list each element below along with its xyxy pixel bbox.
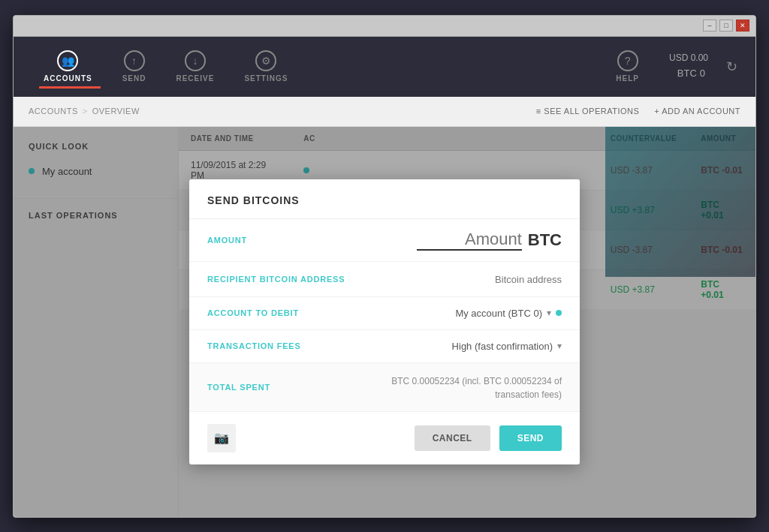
chevron-down-icon: ▾ [547, 308, 551, 318]
fees-chevron-icon: ▾ [557, 341, 562, 351]
dialog-footer: 📷 CANCEL SEND [189, 412, 580, 464]
top-nav: 👥 ACCOUNTS ↑ SEND ↓ RECEIVE ⚙ SETTINGS ?… [14, 37, 755, 97]
amount-label: AMOUNT [207, 236, 357, 245]
account-debit-value: My account (BTC 0) ▾ [357, 308, 562, 319]
settings-label: SETTINGS [244, 74, 288, 83]
fees-select[interactable]: High (fast confirmation) ▾ [357, 341, 562, 352]
bitcoin-address-input[interactable] [357, 274, 562, 285]
minimize-button[interactable]: – [703, 20, 716, 32]
add-account-link[interactable]: + ADD AN ACCOUNT [654, 107, 740, 116]
receive-icon: ↓ [185, 50, 206, 71]
dialog-title: SEND BITCOINS [207, 194, 562, 206]
main-area: QUICK LOOK My account LAST OPERATIONS DA… [14, 127, 755, 517]
account-select[interactable]: My account (BTC 0) ▾ [357, 308, 562, 319]
fees-label: TRANSACTION FEES [207, 341, 357, 350]
refresh-button[interactable]: ↻ [723, 56, 740, 78]
nav-item-help[interactable]: ? HELP [601, 44, 654, 89]
help-icon: ? [617, 50, 638, 71]
app-window: – □ ✕ 👥 ACCOUNTS ↑ SEND ↓ RECEIVE ⚙ SETT… [13, 15, 756, 518]
fees-value: High (fast confirmation) ▾ [357, 341, 562, 352]
btc-currency-label: BTC [528, 230, 562, 250]
address-label: RECIPIENT BITCOIN ADDRESS [207, 275, 357, 284]
balance-display: USD 0.00 BTC0 [669, 53, 708, 80]
title-bar: – □ ✕ [14, 16, 755, 37]
total-label: TOTAL SPENT [207, 383, 357, 392]
total-row: TOTAL SPENT BTC 0.00052234 (incl. BTC 0.… [189, 363, 580, 412]
send-label: SEND [122, 74, 146, 83]
close-button[interactable]: ✕ [736, 20, 749, 32]
modal-overlay: SEND BITCOINS AMOUNT BTC [14, 127, 755, 517]
maximize-button[interactable]: □ [719, 20, 733, 32]
help-label: HELP [616, 74, 639, 83]
send-icon: ↑ [124, 50, 145, 71]
total-value: BTC 0.00052234 (incl. BTC 0.00052234 of … [357, 374, 562, 401]
camera-icon: 📷 [214, 431, 229, 445]
amount-input-group: BTC [357, 230, 562, 251]
selected-fee-level: High (fast confirmation) [452, 341, 553, 352]
nav-item-accounts[interactable]: 👥 ACCOUNTS [29, 44, 107, 89]
breadcrumb-bar: ACCOUNTS > OVERVIEW ≡ SEE ALL OPERATIONS… [14, 97, 755, 127]
nav-item-settings[interactable]: ⚙ SETTINGS [229, 44, 303, 89]
nav-item-receive[interactable]: ↓ RECEIVE [161, 44, 229, 89]
dialog-header: SEND BITCOINS [189, 179, 580, 219]
cancel-button[interactable]: CANCEL [415, 425, 490, 451]
address-value [357, 272, 562, 286]
address-row: RECIPIENT BITCOIN ADDRESS [189, 262, 580, 297]
breadcrumb-accounts: ACCOUNTS [29, 107, 78, 116]
receive-label: RECEIVE [176, 74, 214, 83]
balance-usd: USD 0.00 [669, 53, 708, 63]
send-bitcoins-dialog: SEND BITCOINS AMOUNT BTC [189, 179, 580, 464]
account-status-dot [556, 310, 562, 316]
account-debit-row: ACCOUNT TO DEBIT My account (BTC 0) ▾ [189, 297, 580, 330]
balance-btc: BTC0 [669, 63, 708, 80]
camera-button[interactable]: 📷 [207, 424, 236, 452]
total-amount: BTC 0.00052234 (incl. BTC 0.00052234 of … [391, 376, 562, 400]
accounts-label: ACCOUNTS [44, 74, 92, 83]
see-all-operations-link[interactable]: ≡ SEE ALL OPERATIONS [536, 107, 639, 116]
accounts-icon: 👥 [57, 50, 78, 71]
amount-row: AMOUNT BTC [189, 219, 580, 262]
amount-value: BTC [357, 230, 562, 251]
settings-icon: ⚙ [255, 50, 276, 71]
amount-input[interactable] [417, 230, 522, 251]
send-button[interactable]: SEND [499, 425, 562, 451]
breadcrumb-separator: > [83, 107, 88, 116]
account-debit-label: ACCOUNT TO DEBIT [207, 308, 357, 317]
fees-row: TRANSACTION FEES High (fast confirmation… [189, 330, 580, 363]
breadcrumb-actions: ≡ SEE ALL OPERATIONS + ADD AN ACCOUNT [536, 107, 740, 116]
selected-account-name: My account (BTC 0) [455, 308, 542, 319]
breadcrumb-overview: OVERVIEW [92, 107, 140, 116]
dialog-body: AMOUNT BTC RECIPIENT BITCOIN ADDRESS [189, 219, 580, 412]
nav-item-send[interactable]: ↑ SEND [107, 44, 161, 89]
